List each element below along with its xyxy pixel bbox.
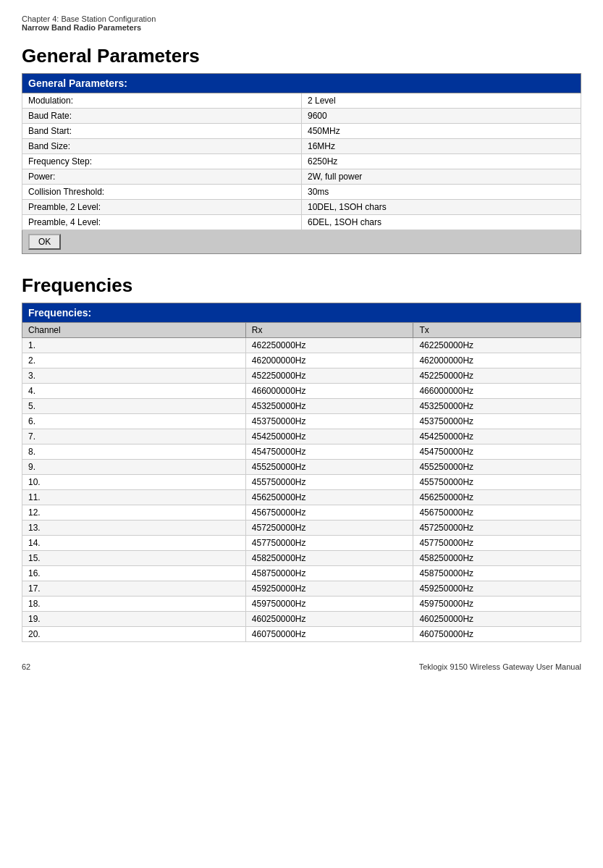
- param-label: Power:: [22, 169, 302, 185]
- page-header: Chapter 4: Base Station Configuration Na…: [22, 14, 581, 32]
- table-row: 16.458750000Hz458750000Hz: [22, 566, 581, 581]
- param-value: 6250Hz: [302, 154, 581, 169]
- rx-cell: 455250000Hz: [245, 460, 413, 475]
- table-row: 3.452250000Hz452250000Hz: [22, 368, 581, 384]
- channel-cell: 2.: [22, 353, 246, 368]
- table-row: Preamble, 4 Level:6DEL, 1SOH chars: [22, 215, 581, 230]
- rx-cell: 460750000Hz: [245, 627, 413, 642]
- table-row: 12.456750000Hz456750000Hz: [22, 505, 581, 521]
- channel-cell: 3.: [22, 368, 246, 384]
- tx-cell: 455250000Hz: [413, 460, 581, 475]
- rx-cell: 454250000Hz: [245, 429, 413, 444]
- table-row: 13.457250000Hz457250000Hz: [22, 521, 581, 536]
- freq-table-header-cell: Frequencies:: [22, 303, 581, 323]
- frequencies-table: Frequencies: ChannelRxTx1.462250000Hz462…: [22, 303, 581, 642]
- page-number: 62: [22, 662, 30, 671]
- chapter-title: Chapter 4: Base Station Configuration: [22, 14, 581, 23]
- channel-cell: 12.: [22, 505, 246, 521]
- table-row: 17.459250000Hz459250000Hz: [22, 581, 581, 597]
- rx-cell: 459250000Hz: [245, 581, 413, 597]
- tx-cell: 466000000Hz: [413, 384, 581, 399]
- param-label: Preamble, 4 Level:: [22, 215, 302, 230]
- param-label: Collision Threshold:: [22, 185, 302, 200]
- table-row: Band Size:16MHz: [22, 139, 581, 154]
- general-table-header-cell: General Parameters:: [22, 74, 581, 93]
- tx-cell: 453250000Hz: [413, 399, 581, 414]
- channel-cell: 16.: [22, 566, 246, 581]
- param-value: 30ms: [302, 185, 581, 200]
- table-row: 14.457750000Hz457750000Hz: [22, 536, 581, 551]
- param-label: Band Size:: [22, 139, 302, 154]
- param-value: 450MHz: [302, 124, 581, 139]
- rx-cell: 456750000Hz: [245, 505, 413, 521]
- tx-cell: 459250000Hz: [413, 581, 581, 597]
- tx-cell: 458250000Hz: [413, 551, 581, 566]
- rx-cell: 453750000Hz: [245, 414, 413, 429]
- param-label: Baud Rate:: [22, 109, 302, 124]
- channel-cell: 17.: [22, 581, 246, 597]
- tx-cell: 454250000Hz: [413, 429, 581, 444]
- channel-cell: 1.: [22, 338, 246, 353]
- tx-cell: 455750000Hz: [413, 475, 581, 490]
- tx-cell: 458750000Hz: [413, 566, 581, 581]
- table-row: 4.466000000Hz466000000Hz: [22, 384, 581, 399]
- table-row: Preamble, 2 Level:10DEL, 1SOH chars: [22, 200, 581, 215]
- table-row: 7.454250000Hz454250000Hz: [22, 429, 581, 444]
- page-footer: 62 Teklogix 9150 Wireless Gateway User M…: [22, 662, 581, 671]
- ok-cell: OK: [22, 230, 581, 254]
- tx-cell: 462000000Hz: [413, 353, 581, 368]
- param-value: 2W, full power: [302, 169, 581, 185]
- param-label: Band Start:: [22, 124, 302, 139]
- table-row: Frequency Step:6250Hz: [22, 154, 581, 169]
- col-header-cell: Tx: [413, 323, 581, 338]
- param-value: 2 Level: [302, 93, 581, 109]
- ok-row: OK: [22, 230, 581, 254]
- tx-cell: 454750000Hz: [413, 444, 581, 460]
- rx-cell: 455750000Hz: [245, 475, 413, 490]
- tx-cell: 460250000Hz: [413, 612, 581, 627]
- table-row: 5.453250000Hz453250000Hz: [22, 399, 581, 414]
- manual-title: Teklogix 9150 Wireless Gateway User Manu…: [419, 662, 581, 671]
- param-label: Preamble, 2 Level:: [22, 200, 302, 215]
- table-row: 18.459750000Hz459750000Hz: [22, 597, 581, 612]
- channel-cell: 19.: [22, 612, 246, 627]
- ok-button[interactable]: OK: [28, 234, 61, 250]
- table-row: 10.455750000Hz455750000Hz: [22, 475, 581, 490]
- channel-cell: 10.: [22, 475, 246, 490]
- rx-cell: 458250000Hz: [245, 551, 413, 566]
- tx-cell: 459750000Hz: [413, 597, 581, 612]
- table-row: 11.456250000Hz456250000Hz: [22, 490, 581, 505]
- tx-cell: 452250000Hz: [413, 368, 581, 384]
- rx-cell: 460250000Hz: [245, 612, 413, 627]
- table-row: Power:2W, full power: [22, 169, 581, 185]
- rx-cell: 456250000Hz: [245, 490, 413, 505]
- channel-cell: 7.: [22, 429, 246, 444]
- param-value: 10DEL, 1SOH chars: [302, 200, 581, 215]
- channel-cell: 11.: [22, 490, 246, 505]
- param-value: 6DEL, 1SOH chars: [302, 215, 581, 230]
- rx-cell: 453250000Hz: [245, 399, 413, 414]
- rx-cell: 462250000Hz: [245, 338, 413, 353]
- param-value: 16MHz: [302, 139, 581, 154]
- param-label: Modulation:: [22, 93, 302, 109]
- tx-cell: 462250000Hz: [413, 338, 581, 353]
- table-row: 6.453750000Hz453750000Hz: [22, 414, 581, 429]
- table-row: Baud Rate:9600: [22, 109, 581, 124]
- table-row: Modulation:2 Level: [22, 93, 581, 109]
- channel-cell: 13.: [22, 521, 246, 536]
- table-row: 9.455250000Hz455250000Hz: [22, 460, 581, 475]
- rx-cell: 458750000Hz: [245, 566, 413, 581]
- general-section-heading: General Parameters: [22, 45, 581, 67]
- rx-cell: 454750000Hz: [245, 444, 413, 460]
- channel-cell: 14.: [22, 536, 246, 551]
- channel-cell: 8.: [22, 444, 246, 460]
- rx-cell: 466000000Hz: [245, 384, 413, 399]
- table-row: Collision Threshold:30ms: [22, 185, 581, 200]
- table-row: 20.460750000Hz460750000Hz: [22, 627, 581, 642]
- tx-cell: 456750000Hz: [413, 505, 581, 521]
- table-row: Band Start:450MHz: [22, 124, 581, 139]
- tx-cell: 457250000Hz: [413, 521, 581, 536]
- table-row: 15.458250000Hz458250000Hz: [22, 551, 581, 566]
- table-row: 8.454750000Hz454750000Hz: [22, 444, 581, 460]
- channel-cell: 9.: [22, 460, 246, 475]
